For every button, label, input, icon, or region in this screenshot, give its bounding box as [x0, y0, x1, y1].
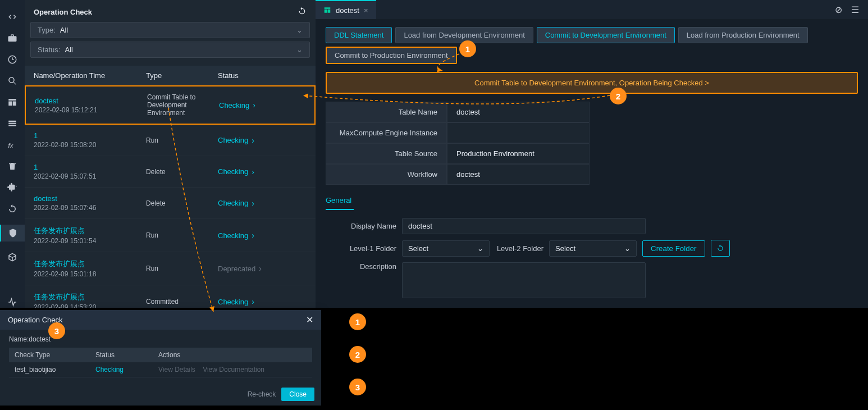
badge-3: 3: [48, 322, 65, 339]
close-icon[interactable]: ×: [364, 6, 368, 15]
refresh-folder-button[interactable]: [711, 240, 730, 257]
status-banner[interactable]: Commit Table to Development Environment,…: [326, 72, 858, 94]
puzzle-icon[interactable]: [7, 182, 18, 193]
close-icon[interactable]: ✕: [306, 315, 313, 325]
list-icon[interactable]: [7, 118, 18, 129]
recheck-button[interactable]: Re-check: [248, 390, 276, 398]
table-icon: [323, 6, 331, 14]
view-details-link[interactable]: View Details: [158, 366, 195, 373]
refresh-icon[interactable]: [298, 7, 307, 17]
cube-icon[interactable]: [7, 252, 18, 263]
menu-icon[interactable]: ☰: [851, 4, 859, 15]
right-badge-1: 1: [349, 313, 366, 330]
badge-1: 1: [459, 40, 476, 57]
table-row[interactable]: 任务发布扩展点2022-02-09 15:01:54RunChecking›: [25, 219, 316, 252]
chevron-down-icon: ⌄: [477, 244, 483, 253]
type-filter[interactable]: Type: All ⌄: [30, 22, 310, 38]
table-row[interactable]: 12022-02-09 15:07:51DeleteChecking›: [25, 156, 316, 188]
tab-general[interactable]: General: [326, 192, 354, 210]
level1-label: Level-1 Folder: [326, 244, 396, 253]
modal-row: test_biaotijiao Checking View Details Vi…: [9, 362, 312, 377]
right-badge-3: 3: [349, 379, 366, 395]
description-label: Description: [326, 262, 396, 271]
close-button[interactable]: Close: [281, 388, 314, 401]
action-button[interactable]: Commit to Development Environment: [537, 27, 675, 43]
cycle-icon[interactable]: [7, 203, 18, 215]
col-header-status: Status: [218, 71, 307, 80]
table-row[interactable]: 任务发布扩展点2022-02-09 15:01:18RunDeprecated›: [25, 252, 316, 285]
operation-check-modal: Operation Check ✕ Name:doctest Check Typ…: [0, 310, 321, 406]
status-filter[interactable]: Status: All ⌄: [30, 42, 310, 58]
main-editor: doctest × ⊘ ☰ DDL StatementLoad from Dev…: [316, 0, 868, 308]
table-icon[interactable]: [7, 97, 18, 108]
tab-label: doctest: [336, 6, 359, 15]
level2-label: Level-2 Folder: [495, 244, 543, 253]
trash-icon[interactable]: [7, 161, 18, 172]
search-icon[interactable]: [7, 75, 18, 86]
table-row[interactable]: 任务发布扩展点2022-02-09 14:53:20CommittedCheck…: [25, 285, 316, 308]
chevron-down-icon: ⌄: [296, 45, 303, 54]
right-badge-2: 2: [349, 346, 366, 363]
view-docs-link[interactable]: View Documentation: [203, 366, 264, 373]
level1-select[interactable]: Select⌄: [402, 240, 490, 257]
display-name-input[interactable]: [402, 218, 646, 234]
badge-2: 2: [610, 88, 627, 104]
clock-icon[interactable]: [7, 54, 18, 65]
chevron-down-icon: ⌄: [624, 244, 631, 253]
display-name-label: Display Name: [326, 222, 396, 230]
action-button[interactable]: Load from Production Environment: [678, 27, 808, 43]
col-header-type: Type: [146, 71, 218, 80]
level2-select[interactable]: Select⌄: [549, 240, 637, 257]
fx-icon[interactable]: fx: [7, 139, 18, 151]
col-header-name: Name/Operation Time: [34, 71, 146, 80]
dropdown-icon[interactable]: ⊘: [835, 4, 842, 15]
panel-title: Operation Check: [34, 8, 92, 16]
table-row[interactable]: doctest2022-02-09 15:07:46DeleteChecking…: [25, 188, 316, 219]
code-icon[interactable]: [7, 11, 18, 22]
table-row[interactable]: doctest2022-02-09 15:12:21Commit Table t…: [25, 85, 316, 125]
briefcase-icon[interactable]: [7, 33, 18, 44]
activity-icon[interactable]: [7, 297, 18, 308]
create-folder-button[interactable]: Create Folder: [642, 240, 705, 257]
editor-tab[interactable]: doctest ×: [316, 0, 376, 19]
navbar: fx: [0, 0, 25, 308]
action-button[interactable]: DDL Statement: [326, 27, 392, 43]
chevron-down-icon: ⌄: [296, 26, 303, 34]
description-input[interactable]: [402, 262, 646, 298]
action-button[interactable]: Commit to Production Environment: [326, 47, 457, 64]
table-row[interactable]: 12022-02-09 15:08:20RunChecking›: [25, 125, 316, 156]
svg-text:fx: fx: [8, 142, 13, 149]
operation-check-panel: Operation Check Type: All ⌄ Status: All …: [25, 0, 316, 308]
shield-icon[interactable]: [0, 225, 25, 242]
